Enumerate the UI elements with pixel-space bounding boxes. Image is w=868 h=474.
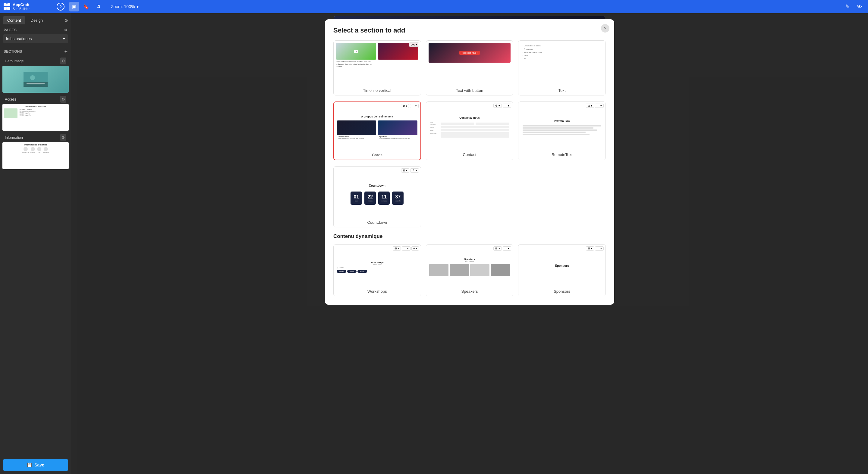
remote-text-preview: ⊟ ▾ ⋮ ▾ RemoteText xyxy=(518,102,606,150)
ws-chip-1[interactable]: Atelier xyxy=(337,270,346,273)
sidebar-tab-bar: Content Design ⚙ xyxy=(0,13,71,24)
section-grid-row2: ⚙ ▾ ⋮ ▾ A propos de l'évènement Conféren… xyxy=(333,101,606,160)
section-card-contact[interactable]: ⚙ ▾ ⋮ ▾ Contactez-nous Nom complet xyxy=(426,101,514,160)
pages-gear-icon[interactable]: ⚙ xyxy=(64,28,68,32)
contact-label: Contact xyxy=(426,150,513,159)
svg-rect-4 xyxy=(30,84,41,85)
app-logo: AppCraft Site Builder xyxy=(4,2,52,11)
rt-ctrl-1[interactable]: ⊟ ▾ xyxy=(586,104,594,108)
zoom-label: Zoom: 100% xyxy=(111,4,135,9)
text-with-button-label: Text with button xyxy=(426,86,513,95)
card1-desc-preview: Notre évènement propose une série de xyxy=(338,138,375,139)
cards-ctrl-1[interactable]: ⚙ ▾ xyxy=(401,104,409,108)
topbar: AppCraft Site Builder ? ▣ 🔖 🖥 Zoom: 100%… xyxy=(0,0,868,13)
section-card-sponsors[interactable]: ⊟ ▾ ⋮ ▾ Sponsors Sponsors xyxy=(518,244,606,296)
section-card-text[interactable]: • Localisation et accès • Programme • In… xyxy=(518,40,606,96)
cards-ctrl-2[interactable]: ⋮ ▾ xyxy=(410,104,418,108)
section-access-gear-icon[interactable]: ⚙ xyxy=(60,96,66,103)
sp-ctrl-1[interactable]: ⊟ ▾ xyxy=(493,246,502,250)
section-hero-gear-icon[interactable]: ⚙ xyxy=(60,58,66,64)
rt-ctrl-2[interactable]: ⋮ ▾ xyxy=(595,104,604,108)
section-card-workshops[interactable]: ⊟ ▾ ⋮ ▾ A ▾ Workshops Add subtitle ⊟ Fil… xyxy=(333,244,421,296)
section-access-thumbnail[interactable]: Localisation et accès Comment y accéder … xyxy=(2,104,69,131)
add-section-button[interactable]: + xyxy=(64,48,67,55)
save-button[interactable]: 💾 Save xyxy=(3,459,68,471)
cd-seconds-label: secondes xyxy=(395,200,401,202)
modal-title: Select a section to add xyxy=(333,27,606,34)
empty-slot-2 xyxy=(518,166,606,227)
sp-photo-1 xyxy=(429,264,448,276)
pages-section-header: PAGES ⚙ xyxy=(0,24,71,34)
sp-ctrl-2[interactable]: ⋮ ▾ xyxy=(503,246,512,250)
svg-point-1 xyxy=(30,75,35,80)
main-canvas: appcraft Select a section to add × OR ▾ xyxy=(71,13,868,474)
modal-close-button[interactable]: × xyxy=(601,24,610,33)
zoom-chevron-icon: ▾ xyxy=(136,4,138,9)
cd-ctrl-2[interactable]: ⋮ ▾ xyxy=(410,168,419,173)
topbar-right: ✎ 👁 xyxy=(843,2,864,11)
contact-ctrl-2[interactable]: ⋮ ▾ xyxy=(503,104,512,108)
dynamic-grid: ⊟ ▾ ⋮ ▾ A ▾ Workshops Add subtitle ⊟ Fil… xyxy=(333,244,606,296)
app-name: AppCraft xyxy=(13,2,30,7)
section-item-information: Information ⚙ Informations pratiques Dre… xyxy=(2,133,69,169)
rt-preview-title: RemoteText xyxy=(523,119,601,122)
ws-ctrl-1[interactable]: ⊟ ▾ xyxy=(393,246,401,250)
section-access-header: Access ⚙ xyxy=(2,95,69,104)
section-card-text-with-button[interactable]: Rejoignez-nous ! Text with button xyxy=(426,40,514,96)
dynamic-content-header: Contenu dynamique xyxy=(333,233,606,239)
preview-icon[interactable]: 👁 xyxy=(855,2,864,11)
section-information-thumbnail[interactable]: Informations pratiques Dresscode Parking… xyxy=(2,142,69,169)
ws-ctrl-3[interactable]: A ▾ xyxy=(411,246,419,250)
spon-title-preview: Sponsors xyxy=(555,264,569,267)
section-grid-row1: OR ▾ OR Cette conférence de renom aborde… xyxy=(333,40,606,96)
ws-chip-2[interactable]: Atelier xyxy=(347,270,357,273)
section-card-cards[interactable]: ⚙ ▾ ⋮ ▾ A propos de l'évènement Conféren… xyxy=(333,101,421,160)
ws-chip-3[interactable]: Atelier xyxy=(358,270,367,273)
section-card-speakers[interactable]: ⊟ ▾ ⋮ ▾ Speakers Add subtitle xyxy=(426,244,514,296)
timeline-vertical-preview: OR ▾ OR Cette conférence de renom aborde… xyxy=(334,41,421,86)
cd-ctrl-1[interactable]: ⊟ ▾ xyxy=(401,168,410,173)
spon-ctrl-2[interactable]: ⋮ ▾ xyxy=(595,246,604,250)
sp-photo-2 xyxy=(450,264,469,276)
contact-ctrl-1[interactable]: ⚙ ▾ xyxy=(493,104,502,108)
filter-icon: ⊟ xyxy=(337,267,338,269)
bookmark-icon[interactable]: 🔖 xyxy=(82,2,91,11)
zoom-selector[interactable]: Zoom: 100% ▾ xyxy=(108,3,142,10)
card2-desc-preview: Notre évènement accueillera des speakers… xyxy=(379,138,416,139)
ws-title-preview: Workshops xyxy=(337,261,418,264)
remote-text-label: RemoteText xyxy=(518,150,606,159)
cd-minutes-num: 11 xyxy=(381,194,387,200)
cards-preview-title: A propos de l'évènement xyxy=(337,115,417,118)
section-grid-row3: ⊟ ▾ ⋮ ▾ Countdown 01 jours xyxy=(333,166,606,227)
ws-ctrl-2[interactable]: ⋮ ▾ xyxy=(402,246,410,250)
timeline-vertical-label: Timeline vertical xyxy=(334,86,421,95)
sidebar: Content Design ⚙ PAGES ⚙ Infos pratiques… xyxy=(0,13,71,474)
spon-ctrl-1[interactable]: ⊟ ▾ xyxy=(586,246,594,250)
cards-preview: ⚙ ▾ ⋮ ▾ A propos de l'évènement Conféren… xyxy=(334,102,421,150)
sidebar-gear-icon[interactable]: ⚙ xyxy=(64,18,68,23)
monitor-icon[interactable]: 🖥 xyxy=(93,2,103,11)
topbar-icons: ▣ 🔖 🖥 xyxy=(69,2,103,11)
section-card-countdown[interactable]: ⊟ ▾ ⋮ ▾ Countdown 01 jours xyxy=(333,166,421,227)
section-hero-thumbnail[interactable] xyxy=(2,66,69,93)
current-page-label: Infos pratiques xyxy=(6,36,32,41)
app-subtitle: Site Builder xyxy=(13,7,30,11)
help-button[interactable]: ? xyxy=(57,3,64,10)
sp-photo-3 xyxy=(470,264,490,276)
section-card-timeline-vertical[interactable]: OR ▾ OR Cette conférence de renom aborde… xyxy=(333,40,421,96)
pages-dropdown[interactable]: Infos pratiques ▾ xyxy=(3,34,68,43)
workshops-label: Workshops xyxy=(334,287,421,296)
timeline-ctrl-1[interactable]: OR ▾ xyxy=(409,42,419,47)
countdown-preview-title: Countdown xyxy=(337,184,418,187)
speakers-preview: ⊟ ▾ ⋮ ▾ Speakers Add subtitle xyxy=(426,244,513,287)
section-information-label: Information xyxy=(5,136,23,140)
hero-preview xyxy=(2,66,69,93)
page-icon[interactable]: ▣ xyxy=(69,2,79,11)
section-card-remote-text[interactable]: ⊟ ▾ ⋮ ▾ RemoteText xyxy=(518,101,606,160)
section-information-gear-icon[interactable]: ⚙ xyxy=(60,134,66,141)
contact-preview: ⚙ ▾ ⋮ ▾ Contactez-nous Nom complet xyxy=(426,102,513,150)
edit-icon[interactable]: ✎ xyxy=(843,2,852,11)
tab-content[interactable]: Content xyxy=(3,16,25,24)
ws-filter-label: Filtres xyxy=(339,267,344,269)
tab-design[interactable]: Design xyxy=(27,16,47,24)
